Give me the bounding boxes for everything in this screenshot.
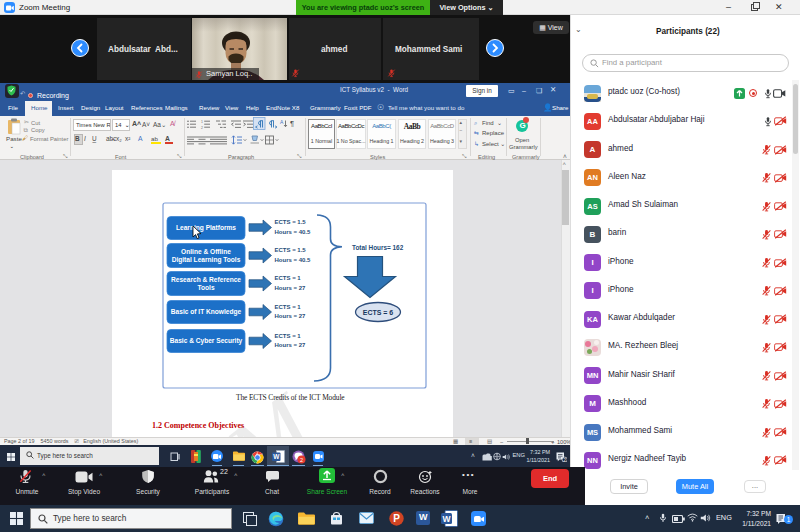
- svg-text:Hours = 40.5: Hours = 40.5: [275, 229, 312, 235]
- svg-text:ECTS = 1.5: ECTS = 1.5: [275, 247, 307, 253]
- svg-text:¶: ¶: [290, 119, 294, 128]
- svg-text:Hours = 27: Hours = 27: [275, 313, 307, 319]
- svg-text:Tools: Tools: [197, 284, 214, 291]
- svg-text:ECTS = 6: ECTS = 6: [363, 309, 394, 316]
- svg-text:Hours = 27: Hours = 27: [275, 342, 307, 348]
- svg-text:ECTS = 1: ECTS = 1: [275, 333, 302, 339]
- svg-text:ECTS = 1.5: ECTS = 1.5: [275, 219, 307, 225]
- svg-text:Total Hours= 162: Total Hours= 162: [352, 244, 404, 251]
- svg-text:ECTS = 1: ECTS = 1: [275, 275, 302, 281]
- svg-text:Online & Offline: Online & Offline: [181, 248, 231, 255]
- svg-text:Hours = 27: Hours = 27: [275, 285, 307, 291]
- svg-text:Hours = 40.5: Hours = 40.5: [275, 257, 312, 263]
- svg-text:Research & Reference: Research & Reference: [171, 276, 241, 283]
- svg-text:Digital Learning Tools: Digital Learning Tools: [172, 256, 241, 264]
- svg-text:W: W: [273, 453, 280, 460]
- svg-text:Basic & Cyber Security: Basic & Cyber Security: [170, 337, 243, 345]
- svg-text:P: P: [393, 513, 400, 524]
- svg-text:Learning Platforms: Learning Platforms: [176, 224, 236, 232]
- svg-text:ECTS = 1: ECTS = 1: [275, 304, 302, 310]
- svg-text:2: 2: [201, 126, 203, 130]
- svg-text:2: 2: [563, 457, 566, 461]
- svg-text:2: 2: [300, 457, 303, 463]
- svg-text:1: 1: [201, 120, 203, 124]
- svg-text:A: A: [280, 119, 284, 125]
- svg-text:W: W: [442, 514, 451, 524]
- svg-text:Basic of IT Knowledge: Basic of IT Knowledge: [171, 308, 242, 316]
